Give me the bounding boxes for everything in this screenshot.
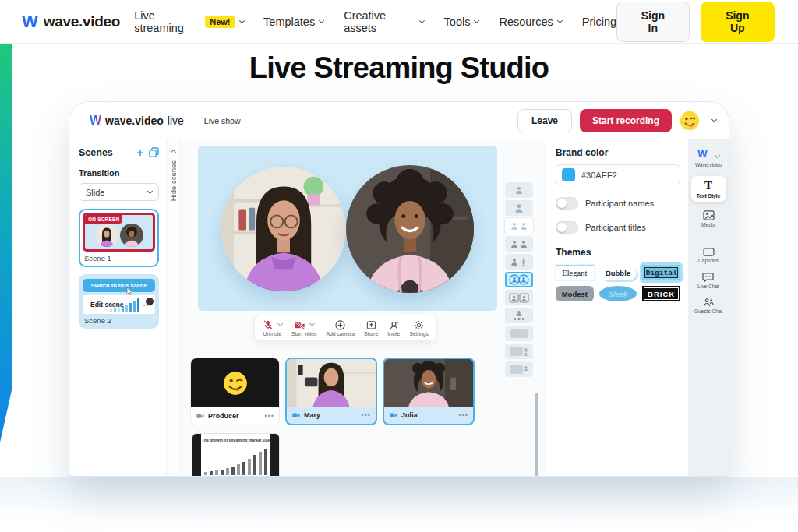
theme-brick[interactable]: BRICK	[642, 286, 680, 301]
toolbar-wave-video[interactable]: W Wave.video	[695, 146, 722, 167]
page-gradient-edge	[0, 44, 12, 442]
edit-scene-button[interactable]: Edit scene	[90, 301, 124, 308]
theme-modest[interactable]: Modest	[556, 286, 594, 301]
call-control-bar: Unmute Start video Add camera	[254, 315, 437, 341]
nav-item-pricing[interactable]: Pricing	[582, 16, 616, 28]
scene-2-card[interactable]: Switch to this scene Edit scene ••• Scen…	[79, 274, 159, 329]
captions-icon	[703, 248, 715, 256]
julia-video	[384, 359, 473, 407]
wave-logo-icon: W	[90, 114, 101, 128]
tray-tile-slide[interactable]: The growth of streaming market size	[192, 433, 280, 477]
nav-items: Live streaming New! Templates Creative a…	[134, 9, 616, 34]
unmute-button[interactable]: Unmute	[263, 319, 282, 336]
color-swatch[interactable]	[562, 168, 575, 181]
brand-color-input[interactable]: #30AEF2	[556, 164, 680, 185]
add-circle-icon	[335, 319, 345, 330]
text-style-icon: T	[704, 180, 712, 192]
participant-video-julia	[346, 165, 474, 293]
chat-bubble-icon	[702, 272, 714, 282]
toolbar-text-style-selected[interactable]: T Text Style	[691, 176, 726, 202]
chevron-down-icon	[309, 321, 315, 326]
leave-button[interactable]: Leave	[517, 109, 572, 132]
layout-option-duo-boxed[interactable]	[505, 290, 533, 305]
start-video-button[interactable]: Start video	[291, 319, 317, 336]
nav-item-tools[interactable]: Tools	[444, 16, 479, 28]
tray-tile-julia[interactable]: Julia •••	[383, 358, 475, 425]
right-toolbar: W Wave.video T Text Style Media Captions	[688, 139, 729, 476]
add-camera-button[interactable]: Add camera	[326, 319, 355, 336]
layout-option-duo-wide[interactable]	[505, 218, 533, 234]
chevron-down-icon[interactable]	[711, 116, 717, 122]
camera-off-icon	[294, 319, 314, 330]
tile-menu-icon[interactable]: •••	[459, 411, 468, 419]
sign-up-button[interactable]: Sign Up	[701, 2, 775, 42]
nav-item-resources[interactable]: Resources	[499, 16, 561, 28]
sign-in-button[interactable]: Sign In	[616, 2, 690, 42]
theme-elegant[interactable]: Elegant	[556, 265, 594, 280]
studio-topbar: W wave.video live Live show Leave Start …	[69, 102, 729, 139]
layout-option-screen-plus-one[interactable]	[505, 344, 533, 359]
participant-titles-toggle[interactable]	[556, 221, 578, 234]
brand-name: wave.video	[44, 13, 120, 30]
brand-logo[interactable]: W wave.video	[22, 13, 120, 30]
tray-tile-mary[interactable]: Mary •••	[285, 358, 377, 425]
start-recording-button[interactable]: Start recording	[580, 109, 672, 132]
invite-button[interactable]: Invite	[387, 319, 400, 336]
layout-selector	[505, 182, 535, 377]
toolbar-guests-chat[interactable]: Guests Chat	[694, 298, 723, 314]
studio-brand-logo[interactable]: W wave.video live	[90, 114, 184, 128]
tile-menu-icon[interactable]: •••	[362, 411, 371, 419]
mic-off-icon	[263, 319, 282, 330]
new-badge: New!	[205, 16, 235, 28]
gear-icon	[414, 319, 424, 330]
camera-off-icon	[196, 412, 205, 420]
duplicate-scene-icon[interactable]	[149, 147, 159, 157]
layout-option-solo-large[interactable]	[505, 200, 533, 216]
share-screen-button[interactable]: Share	[364, 319, 378, 336]
layout-option-solo[interactable]	[505, 182, 533, 198]
mary-video	[287, 359, 376, 407]
transition-label: Transition	[79, 168, 159, 178]
studio-screenshot-card: W wave.video live Live show Leave Start …	[69, 101, 729, 477]
theme-sleek[interactable]: Sleek	[599, 286, 637, 301]
scene-2-menu-icon[interactable]: •••	[143, 301, 152, 308]
nav-item-live-streaming[interactable]: Live streaming New!	[134, 9, 243, 34]
toolbar-media[interactable]: Media	[701, 210, 715, 227]
add-scene-icon[interactable]: +	[136, 146, 143, 158]
nav-item-creative-assets[interactable]: Creative assets	[344, 9, 423, 34]
chevron-down-icon	[419, 18, 425, 23]
tile-menu-icon[interactable]: •••	[265, 412, 274, 420]
media-image-icon	[703, 210, 715, 220]
layout-option-screen-plus-two[interactable]	[505, 361, 533, 377]
switch-scene-button[interactable]: Switch to this scene	[83, 279, 155, 292]
chevron-down-icon	[147, 188, 153, 193]
vertical-scrollbar[interactable]	[535, 393, 538, 477]
layout-option-main-plus-stack[interactable]	[505, 254, 533, 270]
chevron-left-icon	[171, 150, 176, 155]
user-avatar[interactable]	[680, 111, 700, 131]
scene-1-card[interactable]: ON SCREEN Scene 1	[79, 209, 159, 267]
brand-color-label: Brand color	[556, 147, 680, 158]
theme-digital-selected[interactable]: Digital	[642, 265, 680, 280]
settings-button[interactable]: Settings	[409, 319, 429, 336]
layout-option-screen-only[interactable]	[505, 326, 533, 341]
chevron-down-icon	[319, 17, 324, 23]
theme-grid: Elegant Bubble Digital Modest Sleek BRIC…	[556, 265, 680, 301]
mini-avatar-julia	[120, 224, 143, 247]
live-stage	[198, 146, 497, 311]
chevron-down-icon	[277, 321, 283, 326]
scene-2-label: Scene 2	[83, 314, 155, 327]
toolbar-divider	[695, 238, 722, 238]
transition-select[interactable]: Slide	[79, 183, 159, 201]
brand-settings-panel: Brand color #30AEF2 Participant names Pa…	[546, 139, 690, 476]
toolbar-live-chat[interactable]: Live Chat	[697, 272, 719, 289]
layout-option-oval-duo-selected[interactable]	[505, 272, 533, 287]
layout-option-speaker-audience[interactable]	[505, 308, 533, 323]
hide-scenes-tab[interactable]: Hide scenes	[167, 139, 181, 476]
participant-names-toggle[interactable]	[556, 197, 578, 210]
tray-tile-producer[interactable]: Producer •••	[190, 358, 280, 425]
nav-item-templates[interactable]: Templates	[263, 16, 323, 28]
layout-option-duo[interactable]	[505, 236, 533, 252]
theme-bubble[interactable]: Bubble	[599, 265, 637, 280]
toolbar-captions[interactable]: Captions	[698, 248, 719, 263]
